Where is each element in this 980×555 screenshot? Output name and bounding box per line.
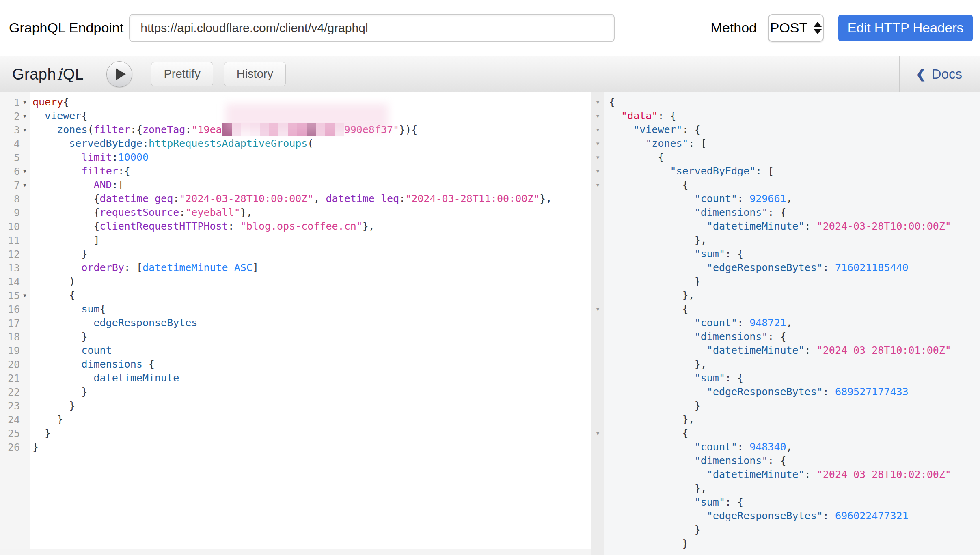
- code-line: "dimensions": {: [609, 206, 951, 219]
- code-line: "edgeResponseBytes": 689527177433: [609, 385, 951, 399]
- editor-horizontal-scrollbar[interactable]: [0, 549, 591, 555]
- fold-arrow-icon[interactable]: ▾: [593, 181, 603, 189]
- code-line: },: [609, 288, 951, 302]
- code-line: }: [609, 523, 951, 537]
- code-line: "zones": [: [609, 137, 951, 151]
- play-icon: [116, 68, 126, 80]
- fold-arrow-icon[interactable]: ▾: [20, 126, 30, 133]
- line-number: 16: [8, 303, 20, 315]
- method-group: Method POST Edit HTTP Headers: [711, 14, 973, 42]
- line-number: 2: [14, 110, 20, 122]
- fold-arrow-icon[interactable]: ▾: [20, 112, 30, 120]
- graphiql-logo: GraphiQL: [12, 65, 84, 83]
- code-line: }: [609, 399, 951, 413]
- code-line: {: [609, 302, 951, 316]
- line-number: 3: [14, 124, 20, 136]
- line-number: 6: [14, 166, 20, 177]
- code-line: servedByEdge:httpRequestsAdaptiveGroups(: [32, 137, 552, 151]
- result-viewer: { "data": { "viewer": { "zones": [ { "se…: [604, 92, 951, 555]
- code-line: "edgeResponseBytes": 716021185440: [609, 261, 951, 275]
- line-number: 24: [8, 414, 20, 426]
- line-number: 4: [14, 138, 20, 150]
- code-line: viewer{: [32, 109, 552, 123]
- code-line: }: [32, 330, 552, 344]
- code-line: query{: [32, 95, 552, 109]
- code-line: "servedByEdge": [: [609, 164, 951, 178]
- line-number: 25: [8, 428, 20, 439]
- code-line: edgeResponseBytes: [32, 316, 552, 330]
- fold-arrow-icon[interactable]: ▾: [20, 181, 30, 189]
- code-line: {datetime_geq:"2024-03-28T10:00:00Z", da…: [32, 192, 552, 206]
- fold-arrow-icon[interactable]: ▾: [593, 154, 603, 161]
- fold-arrow-icon[interactable]: ▾: [20, 292, 30, 299]
- graphiql-toolbar: GraphiQL Prettify History ❮ Docs: [0, 56, 980, 92]
- line-number: 15: [8, 290, 20, 301]
- query-editor-pane: 1▾2▾3▾456▾7▾89101112131415▾1617181920212…: [0, 92, 591, 555]
- edit-http-headers-button[interactable]: Edit HTTP Headers: [838, 15, 973, 41]
- line-number: 9: [14, 207, 20, 219]
- line-number: 1: [14, 97, 20, 108]
- prettify-button[interactable]: Prettify: [151, 62, 213, 86]
- line-number: 8: [14, 193, 20, 205]
- endpoint-label: GraphQL Endpoint: [9, 20, 123, 36]
- code-line: limit:10000: [32, 151, 552, 164]
- fold-arrow-icon[interactable]: ▾: [593, 126, 603, 133]
- redacted-zone-tag: [222, 123, 344, 136]
- code-line: zones(filter:{zoneTag:"19ea990e8f37"}){: [32, 123, 552, 137]
- code-line: {: [609, 151, 951, 164]
- docs-label: Docs: [932, 67, 962, 82]
- code-line: }: [32, 440, 552, 454]
- code-line: }: [32, 247, 552, 261]
- history-button[interactable]: History: [224, 62, 286, 86]
- line-number: 5: [14, 152, 20, 163]
- code-line: },: [609, 482, 951, 495]
- code-line: {: [609, 95, 951, 109]
- code-line: }: [32, 399, 552, 413]
- docs-toggle[interactable]: ❮ Docs: [899, 56, 980, 92]
- endpoint-bar: GraphQL Endpoint Method POST Edit HTTP H…: [0, 0, 980, 56]
- code-line: "datetimeMinute": "2024-03-28T10:02:00Z": [609, 468, 951, 482]
- code-line: },: [609, 413, 951, 426]
- line-number: 14: [8, 276, 20, 288]
- fold-arrow-icon[interactable]: ▾: [20, 168, 30, 175]
- code-line: "datetimeMinute": "2024-03-28T10:01:00Z": [609, 344, 951, 357]
- code-line: orderBy: [datetimeMinute_ASC]: [32, 261, 552, 275]
- code-line: },: [609, 233, 951, 247]
- code-line: datetimeMinute: [32, 371, 552, 385]
- code-line: }: [609, 537, 951, 551]
- select-arrows-icon: [814, 22, 822, 34]
- execute-query-button[interactable]: [106, 61, 132, 87]
- line-number: 13: [8, 262, 20, 274]
- code-line: ]: [32, 233, 552, 247]
- fold-arrow-icon[interactable]: ▾: [20, 99, 30, 106]
- code-line: "dimensions": {: [609, 330, 951, 344]
- method-select[interactable]: POST: [768, 14, 824, 42]
- code-line: {requestSource:"eyeball"},: [32, 206, 552, 219]
- code-line: {: [609, 426, 951, 440]
- editor-gutter: 1▾2▾3▾456▾7▾89101112131415▾1617181920212…: [0, 92, 30, 555]
- line-number: 23: [8, 400, 20, 412]
- code-line: },: [609, 357, 951, 371]
- fold-arrow-icon[interactable]: ▾: [593, 99, 603, 106]
- code-line: "sum": {: [609, 247, 951, 261]
- fold-arrow-icon[interactable]: ▾: [593, 430, 603, 437]
- line-number: 22: [8, 386, 20, 398]
- query-editor[interactable]: query{ viewer{ zones(filter:{zoneTag:"19…: [30, 92, 552, 555]
- line-number: 21: [8, 372, 20, 384]
- fold-arrow-icon[interactable]: ▾: [593, 140, 603, 147]
- fold-arrow-icon[interactable]: ▾: [593, 112, 603, 120]
- chevron-left-icon: ❮: [916, 67, 926, 81]
- code-line: "count": 948721,: [609, 316, 951, 330]
- main-area: 1▾2▾3▾456▾7▾89101112131415▾1617181920212…: [0, 92, 980, 555]
- code-line: {: [32, 288, 552, 302]
- endpoint-input[interactable]: [129, 14, 615, 42]
- code-line: dimensions {: [32, 357, 552, 371]
- method-value: POST: [770, 20, 808, 36]
- fold-arrow-icon[interactable]: ▾: [593, 305, 603, 313]
- fold-arrow-icon[interactable]: ▾: [593, 168, 603, 175]
- line-number: 11: [8, 234, 20, 246]
- code-line: "dimensions": {: [609, 454, 951, 468]
- code-line: "count": 948340,: [609, 440, 951, 454]
- code-line: count: [32, 344, 552, 357]
- code-line: filter:{: [32, 164, 552, 178]
